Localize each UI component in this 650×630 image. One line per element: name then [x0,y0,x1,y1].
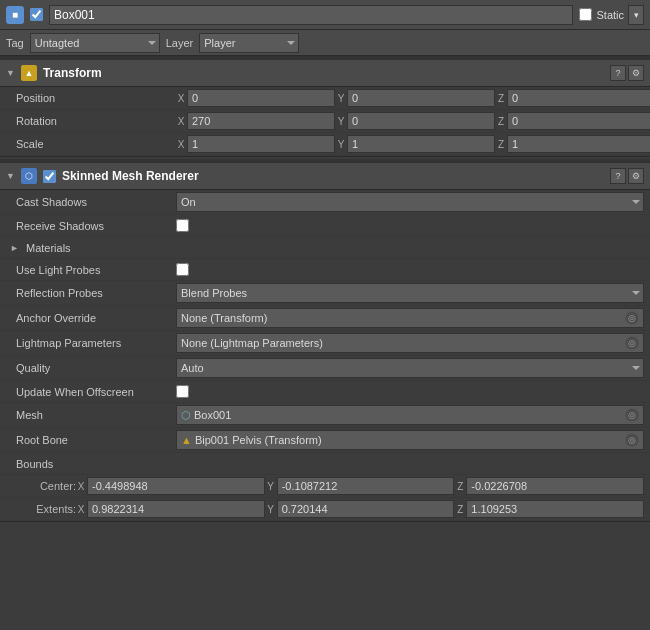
use-light-probes-label: Use Light Probes [16,264,176,276]
cast-shadows-value: On Off Two Sided Shadows Only [176,192,644,212]
lightmap-params-value: None (Lightmap Parameters) ◎ [176,333,644,353]
root-bone-icon: ▲ [181,434,192,446]
mesh-label: Mesh [16,409,176,421]
layer-select[interactable]: Player [199,33,299,53]
scale-y-label: Y [336,139,346,150]
anchor-override-text: None (Transform) [181,312,267,324]
rotation-label: Rotation [16,115,176,127]
position-z-label: Z [496,93,506,104]
rotation-z-input[interactable] [507,112,650,130]
mesh-row: Mesh ⬡ Box001 ◎ [0,403,650,428]
skinned-mesh-header[interactable]: ▼ ⬡ Skinned Mesh Renderer ? ⚙ [0,163,650,190]
anchor-override-label: Anchor Override [16,312,176,324]
transform-header[interactable]: ▼ ▲ Transform ? ⚙ [0,60,650,87]
static-group: Static ▾ [579,5,644,25]
transform-book-btn[interactable]: ? [610,65,626,81]
rotation-y-label: Y [336,116,346,127]
materials-row[interactable]: ► Materials [0,237,650,259]
bounds-ex-input[interactable] [87,500,265,518]
bounds-cx-input[interactable] [87,477,265,495]
bounds-header-row: Bounds [0,453,650,475]
object-name-input[interactable] [49,5,573,25]
rotation-xyz: X Y Z [176,112,650,130]
reflection-probes-value: Blend Probes Off Simple [176,283,644,303]
quality-value: Auto 1 Bone 2 Bones 4 Bones [176,358,644,378]
mesh-type-icon: ⬡ [181,409,191,422]
bounds-center-sublabel: Center: [6,480,76,492]
tag-select[interactable]: Untagted [30,33,160,53]
skinned-mesh-active-checkbox[interactable] [43,170,56,183]
update-offscreen-row: Update When Offscreen [0,381,650,403]
cast-shadows-label: Cast Shadows [16,196,176,208]
transform-gear-btn[interactable]: ⚙ [628,65,644,81]
rotation-y-input[interactable] [347,112,495,130]
reflection-probes-select[interactable]: Blend Probes Off Simple [176,283,644,303]
mesh-field: ⬡ Box001 ◎ [176,405,644,425]
scale-y-input[interactable] [347,135,495,153]
bounds-ez-input[interactable] [466,500,644,518]
rotation-z-label: Z [496,116,506,127]
rotation-x-label: X [176,116,186,127]
skinned-mesh-gear-btn[interactable]: ⚙ [628,168,644,184]
receive-shadows-value [176,219,644,232]
rotation-row: Rotation X Y Z [0,110,650,133]
scale-xyz: X Y Z [176,135,650,153]
rotation-x-input[interactable] [187,112,335,130]
mesh-text: Box001 [194,409,231,421]
mesh-renderer-icon: ⬡ [21,168,37,184]
lightmap-params-field: None (Lightmap Parameters) ◎ [176,333,644,353]
cast-shadows-select[interactable]: On Off Two Sided Shadows Only [176,192,644,212]
position-y-label: Y [336,93,346,104]
anchor-override-field: None (Transform) ◎ [176,308,644,328]
lightmap-params-row: Lightmap Parameters None (Lightmap Param… [0,331,650,356]
position-x-input[interactable] [187,89,335,107]
quality-label: Quality [16,362,176,374]
static-label: Static [596,9,624,21]
root-bone-field: ▲ Bip001 Pelvis (Transform) ◎ [176,430,644,450]
static-dropdown-btn[interactable]: ▾ [628,5,644,25]
skinned-mesh-section: ▼ ⬡ Skinned Mesh Renderer ? ⚙ Cast Shado… [0,163,650,522]
materials-expand-icon: ► [10,243,22,253]
anchor-override-pick-btn[interactable]: ◎ [625,311,639,325]
mesh-pick-btn[interactable]: ◎ [625,408,639,422]
bounds-extents-xyz: X Y Z [76,500,644,518]
bounds-extents-row: Extents: X Y Z [0,498,650,521]
root-bone-value: ▲ Bip001 Pelvis (Transform) ◎ [176,430,644,450]
scale-z-input[interactable] [507,135,650,153]
layer-label: Layer [166,37,194,49]
lightmap-params-label: Lightmap Parameters [16,337,176,349]
anchor-override-row: Anchor Override None (Transform) ◎ [0,306,650,331]
bounds-label: Bounds [16,458,176,470]
position-y-input[interactable] [347,89,495,107]
position-z-input[interactable] [507,89,650,107]
root-bone-pick-btn[interactable]: ◎ [625,433,639,447]
transform-collapse-icon: ▼ [6,68,15,78]
root-bone-row: Root Bone ▲ Bip001 Pelvis (Transform) ◎ [0,428,650,453]
lightmap-params-pick-btn[interactable]: ◎ [625,336,639,350]
receive-shadows-checkbox[interactable] [176,219,189,232]
position-xyz: X Y Z [176,89,650,107]
mesh-value: ⬡ Box001 ◎ [176,405,644,425]
position-row: Position X Y Z [0,87,650,110]
bounds-ex-label: X [76,504,86,515]
static-checkbox[interactable] [579,8,592,21]
object-active-checkbox[interactable] [30,8,43,21]
position-x-label: X [176,93,186,104]
update-offscreen-checkbox[interactable] [176,385,189,398]
bounds-cz-label: Z [455,481,465,492]
tag-label: Tag [6,37,24,49]
bounds-cz-input[interactable] [466,477,644,495]
reflection-probes-row: Reflection Probes Blend Probes Off Simpl… [0,281,650,306]
use-light-probes-checkbox[interactable] [176,263,189,276]
skinned-mesh-header-btns: ? ⚙ [610,168,644,184]
quality-select[interactable]: Auto 1 Bone 2 Bones 4 Bones [176,358,644,378]
bounds-ez-label: Z [455,504,465,515]
skinned-mesh-book-btn[interactable]: ? [610,168,626,184]
bounds-cy-input[interactable] [277,477,455,495]
tag-layer-row: Tag Untagted Layer Player [0,30,650,56]
root-bone-label: Root Bone [16,434,176,446]
bounds-ey-input[interactable] [277,500,455,518]
reflection-probes-label: Reflection Probes [16,287,176,299]
scale-x-input[interactable] [187,135,335,153]
update-offscreen-label: Update When Offscreen [16,386,176,398]
